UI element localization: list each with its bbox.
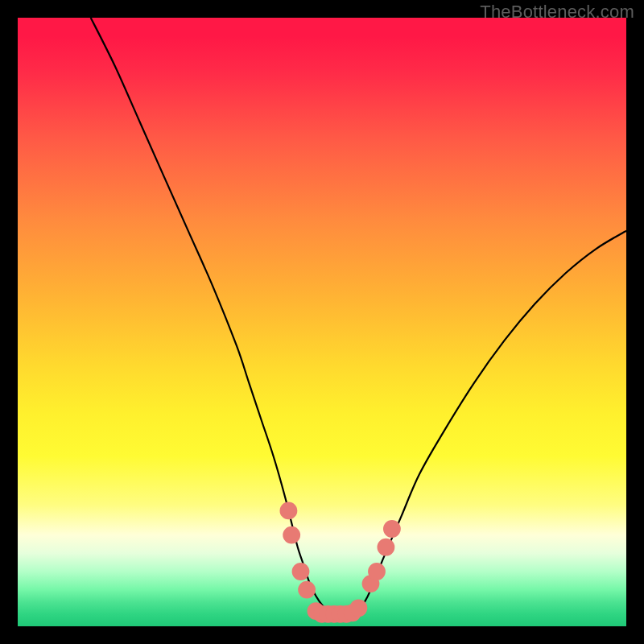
- curve-markers: [280, 502, 401, 623]
- curve-marker: [368, 563, 386, 580]
- watermark-text: TheBottleneck.com: [480, 2, 634, 23]
- chart-frame: TheBottleneck.com: [0, 0, 644, 644]
- curve-marker: [292, 563, 310, 580]
- curve-marker: [283, 526, 300, 544]
- curve-marker: [298, 581, 316, 599]
- curve-marker: [280, 502, 298, 520]
- curve-marker: [350, 599, 368, 617]
- curve-marker: [383, 520, 401, 538]
- plot-area: [18, 18, 626, 626]
- bottleneck-curve: [91, 18, 626, 614]
- bottleneck-svg: [18, 18, 626, 626]
- curve-marker: [378, 539, 395, 556]
